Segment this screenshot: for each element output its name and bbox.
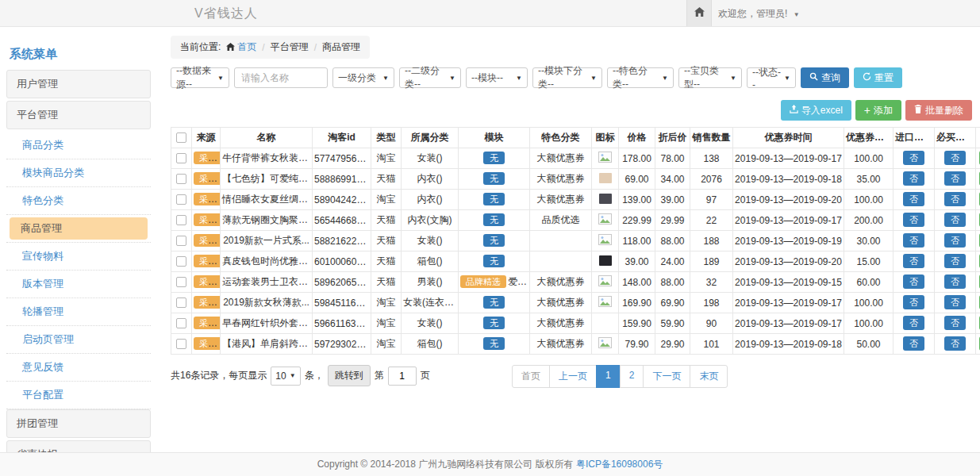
- reset-button[interactable]: 重置: [854, 67, 902, 88]
- cell-taoke-id: 598451162391: [313, 293, 371, 313]
- copyright-text: Copyright © 2014-2018 广州九驰网络科技有限公司 版权所有: [317, 458, 574, 471]
- import-select-toggle[interactable]: 否: [903, 274, 924, 289]
- must-buy-toggle[interactable]: 否: [944, 151, 966, 165]
- product-image-icon: [598, 278, 612, 289]
- jump-button[interactable]: 跳转到: [328, 365, 371, 386]
- cell-coupon-amount: 100.00: [844, 313, 894, 334]
- filter-select[interactable]: --二级分类--▼: [399, 67, 461, 88]
- top-bar: V省钱达人 欢迎您，管理员! ▼: [0, 0, 980, 27]
- cell-type: 天猫: [371, 272, 402, 293]
- must-buy-toggle[interactable]: 否: [944, 316, 966, 330]
- page-button-2[interactable]: 2: [620, 365, 644, 388]
- select-all-checkbox[interactable]: [176, 132, 186, 143]
- jump-after-text: 页: [421, 369, 430, 382]
- row-checkbox[interactable]: [176, 236, 186, 246]
- cell-status: 上架: [976, 313, 980, 334]
- cell-discount-price: 34.00: [655, 169, 690, 190]
- row-checkbox[interactable]: [176, 194, 186, 205]
- reset-button-label: 重置: [874, 71, 894, 85]
- sidebar-item-特色分类[interactable]: 特色分类: [6, 187, 151, 215]
- must-buy-toggle[interactable]: 否: [944, 295, 966, 309]
- add-button[interactable]: + 添加: [855, 100, 901, 121]
- page-button-1[interactable]: 1: [596, 365, 621, 388]
- row-checkbox[interactable]: [176, 153, 186, 163]
- cell-taoke-id: 589042420344: [313, 190, 371, 210]
- sidebar-item-轮播管理[interactable]: 轮播管理: [6, 298, 151, 326]
- page-button-末页[interactable]: 末页: [690, 365, 728, 388]
- breadcrumb-home-link[interactable]: 首页: [226, 40, 256, 54]
- import-select-toggle[interactable]: 否: [903, 336, 924, 351]
- cell-type: 淘宝: [371, 313, 402, 334]
- search-button[interactable]: 查询: [801, 67, 849, 88]
- must-buy-toggle[interactable]: 否: [944, 254, 966, 268]
- cell-coupon-time: 2019-09-13—2019-09-17: [733, 293, 844, 313]
- jump-page-input[interactable]: [388, 367, 417, 386]
- cell-category: 女装(): [402, 148, 459, 169]
- user-dropdown[interactable]: 欢迎您，管理员! ▼: [718, 7, 800, 21]
- cell-name: 2019新款一片式系...: [221, 231, 313, 251]
- import-select-toggle[interactable]: 否: [903, 233, 924, 248]
- sidebar-item-商品分类[interactable]: 商品分类: [6, 132, 151, 159]
- cell-import-select: 否: [894, 251, 935, 272]
- sidebar-item-意见反馈[interactable]: 意见反馈: [6, 354, 151, 382]
- sidebar-item-用户管理[interactable]: 用户管理: [6, 70, 151, 98]
- must-buy-toggle[interactable]: 否: [944, 336, 966, 351]
- must-buy-toggle[interactable]: 否: [944, 171, 966, 186]
- sidebar-item-省惠快报[interactable]: 省惠快报: [6, 440, 151, 452]
- bulk-delete-button[interactable]: 批量删除: [905, 100, 972, 121]
- cell-select: [171, 313, 192, 334]
- row-checkbox[interactable]: [176, 318, 186, 328]
- sidebar-item-商品管理[interactable]: 商品管理: [6, 215, 151, 243]
- import-select-toggle[interactable]: 否: [903, 213, 924, 227]
- filter-select[interactable]: --状态--▼: [747, 67, 796, 88]
- column-header-优惠券时间: 优惠券时间: [733, 128, 844, 148]
- bulk-delete-label: 批量删除: [925, 104, 963, 117]
- import-select-toggle[interactable]: 否: [903, 254, 924, 268]
- source-badge: 采集: [194, 234, 221, 247]
- product-image-icon: [598, 236, 612, 248]
- must-buy-toggle[interactable]: 否: [944, 274, 966, 289]
- import-select-toggle[interactable]: 否: [903, 192, 924, 206]
- page-button-上一页[interactable]: 上一页: [549, 365, 597, 388]
- import-excel-button[interactable]: 导入excel: [781, 100, 851, 121]
- must-buy-toggle[interactable]: 否: [944, 233, 966, 248]
- chevron-down-icon: ▼: [382, 75, 389, 82]
- row-checkbox[interactable]: [176, 256, 186, 267]
- cell-icon: [592, 231, 619, 251]
- sidebar-item-启动页管理[interactable]: 启动页管理: [6, 326, 151, 354]
- filter-select[interactable]: --数据来源--▼: [171, 67, 229, 88]
- import-select-toggle[interactable]: 否: [903, 316, 924, 330]
- filter-select[interactable]: --模块下分类--▼: [532, 67, 602, 88]
- sidebar-item-平台配置[interactable]: 平台配置: [6, 382, 151, 409]
- import-select-toggle[interactable]: 否: [903, 171, 924, 186]
- filter-select[interactable]: --模块--▼: [466, 67, 528, 88]
- home-button[interactable]: [686, 0, 712, 26]
- must-buy-toggle[interactable]: 否: [944, 213, 966, 227]
- import-select-toggle[interactable]: 否: [903, 295, 924, 309]
- row-checkbox[interactable]: [176, 277, 186, 287]
- row-checkbox[interactable]: [176, 339, 186, 349]
- cell-discount-price: 78.00: [655, 148, 690, 169]
- import-select-toggle[interactable]: 否: [903, 151, 924, 165]
- filter-select[interactable]: --宝贝类型--▼: [678, 67, 742, 88]
- filter-select[interactable]: 一级分类▼: [332, 67, 394, 88]
- row-checkbox[interactable]: [176, 215, 186, 225]
- sidebar-item-平台管理[interactable]: 平台管理: [6, 101, 151, 129]
- row-checkbox[interactable]: [176, 174, 186, 184]
- must-buy-toggle[interactable]: 否: [944, 192, 966, 206]
- row-checkbox[interactable]: [176, 298, 186, 308]
- cell-type: 淘宝: [371, 148, 402, 169]
- per-page-select[interactable]: 10 ▼: [271, 367, 300, 386]
- page-button-下一页[interactable]: 下一页: [643, 365, 690, 388]
- filter-select[interactable]: --特色分类--▼: [607, 67, 674, 88]
- sidebar-item-拼团管理[interactable]: 拼团管理: [6, 409, 151, 438]
- sidebar-item-宣传物料[interactable]: 宣传物料: [6, 243, 151, 271]
- sidebar-item-模块商品分类[interactable]: 模块商品分类: [6, 159, 151, 187]
- cell-type: 淘宝: [371, 293, 402, 313]
- name-search-input[interactable]: [234, 67, 328, 88]
- breadcrumb-separator: /: [314, 42, 317, 53]
- sidebar-item-版本管理[interactable]: 版本管理: [6, 271, 151, 298]
- page-button-首页[interactable]: 首页: [512, 365, 550, 388]
- cell-coupon-amount: 15.00: [844, 251, 894, 272]
- icp-link[interactable]: 粤ICP备16098006号: [576, 458, 663, 471]
